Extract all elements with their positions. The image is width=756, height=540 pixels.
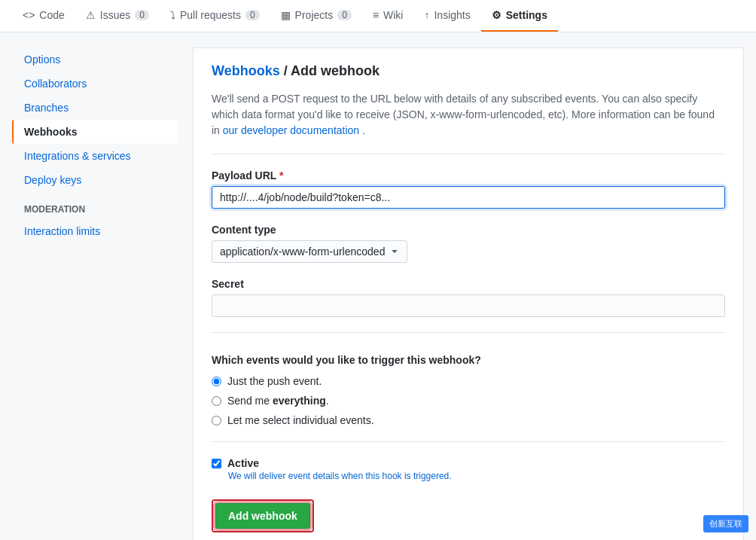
event-push-label: Just the push event. [227, 375, 322, 387]
nav-wiki[interactable]: ≡ Wiki [362, 0, 414, 32]
webhook-description: We'll send a POST request to the URL bel… [212, 91, 725, 154]
content-type-group: Content type application/x-www-form-urle… [212, 224, 725, 263]
developer-docs-link[interactable]: our developer documentation [223, 124, 359, 136]
sidebar-item-interaction-limits[interactable]: Interaction limits [12, 219, 178, 243]
payload-required-marker: * [279, 169, 283, 182]
nav-pullrequests-label: Pull requests [180, 9, 241, 21]
sidebar-item-integrations[interactable]: Integrations & services [12, 144, 178, 168]
payload-url-label: Payload URL * [212, 169, 725, 182]
projects-icon: ▦ [281, 9, 291, 21]
add-webhook-button[interactable]: Add webhook [215, 503, 310, 529]
event-everything-label: Send me everything. [227, 395, 329, 407]
nav-issues-label: Issues [100, 9, 130, 21]
pullrequests-badge: 0 [245, 10, 260, 20]
sidebar-item-webhooks[interactable]: Webhooks [12, 120, 178, 144]
events-radio-group: Just the push event. Send me everything.… [212, 375, 725, 426]
secret-label: Secret [212, 278, 725, 290]
active-checkbox-label[interactable]: Active [212, 457, 725, 469]
payload-url-group: Payload URL * [212, 169, 725, 209]
secret-group: Secret [212, 278, 725, 317]
content-type-select[interactable]: application/x-www-form-urlencoded applic… [212, 240, 407, 263]
wiki-icon: ≡ [373, 9, 379, 21]
sidebar-item-options[interactable]: Options [12, 47, 178, 72]
event-individual-option[interactable]: Let me select individual events. [212, 414, 725, 426]
sidebar-item-deploykeys[interactable]: Deploy keys [12, 168, 178, 192]
nav-code-label: Code [39, 9, 64, 21]
moderation-section-label: Moderation [12, 192, 178, 219]
top-nav: <> Code ⚠ Issues 0 ⤵ Pull requests 0 ▦ P… [0, 0, 756, 32]
submit-button-wrapper: Add webhook [212, 499, 314, 532]
nav-projects-label: Projects [295, 9, 334, 21]
pullrequest-icon: ⤵ [170, 9, 175, 21]
breadcrumb-separator: / [284, 63, 291, 78]
secret-input[interactable] [212, 294, 725, 317]
event-everything-radio[interactable] [212, 396, 221, 406]
breadcrumb: Webhooks / Add webhook [212, 63, 725, 79]
event-push-radio[interactable] [212, 377, 221, 386]
sidebar: Options Collaborators Branches Webhooks … [12, 47, 178, 540]
active-section: Active We will deliver event details whe… [212, 457, 725, 481]
nav-code[interactable]: <> Code [12, 0, 75, 32]
payload-url-input[interactable] [212, 186, 725, 209]
watermark: 创新互联 [703, 515, 748, 532]
active-checkbox[interactable] [212, 459, 221, 468]
event-individual-radio[interactable] [212, 416, 221, 426]
issues-badge: 0 [135, 10, 149, 20]
event-individual-label: Let me select individual events. [227, 414, 374, 426]
nav-issues[interactable]: ⚠ Issues 0 [75, 0, 160, 32]
main-container: Options Collaborators Branches Webhooks … [0, 32, 756, 540]
nav-settings[interactable]: ⚙ Settings [481, 0, 558, 32]
events-group: Which events would you like to trigger t… [212, 348, 725, 426]
nav-pullrequests[interactable]: ⤵ Pull requests 0 [160, 0, 270, 32]
nav-settings-label: Settings [506, 9, 547, 21]
active-description: We will deliver event details when this … [228, 471, 725, 481]
nav-insights-label: Insights [434, 9, 470, 21]
events-title: Which events would you like to trigger t… [212, 348, 725, 366]
code-icon: <> [23, 9, 35, 21]
section-divider [212, 332, 725, 333]
event-push-option[interactable]: Just the push event. [212, 375, 725, 387]
sidebar-item-branches[interactable]: Branches [12, 96, 178, 120]
sidebar-item-collaborators[interactable]: Collaborators [12, 72, 178, 96]
breadcrumb-parent[interactable]: Webhooks [212, 63, 280, 78]
section-divider-2 [212, 441, 725, 442]
settings-icon: ⚙ [492, 9, 501, 21]
breadcrumb-current: Add webhook [291, 63, 380, 78]
description-end: . [362, 124, 365, 136]
projects-badge: 0 [337, 10, 352, 20]
content-panel: Webhooks / Add webhook We'll send a POST… [193, 47, 744, 540]
nav-projects[interactable]: ▦ Projects 0 [270, 0, 362, 32]
event-everything-option[interactable]: Send me everything. [212, 395, 725, 407]
insights-icon: ↑ [424, 9, 429, 21]
issues-icon: ⚠ [86, 9, 96, 21]
nav-wiki-label: Wiki [383, 9, 403, 21]
active-label-text: Active [227, 457, 259, 469]
nav-insights[interactable]: ↑ Insights [413, 0, 480, 32]
content-type-label: Content type [212, 224, 725, 236]
